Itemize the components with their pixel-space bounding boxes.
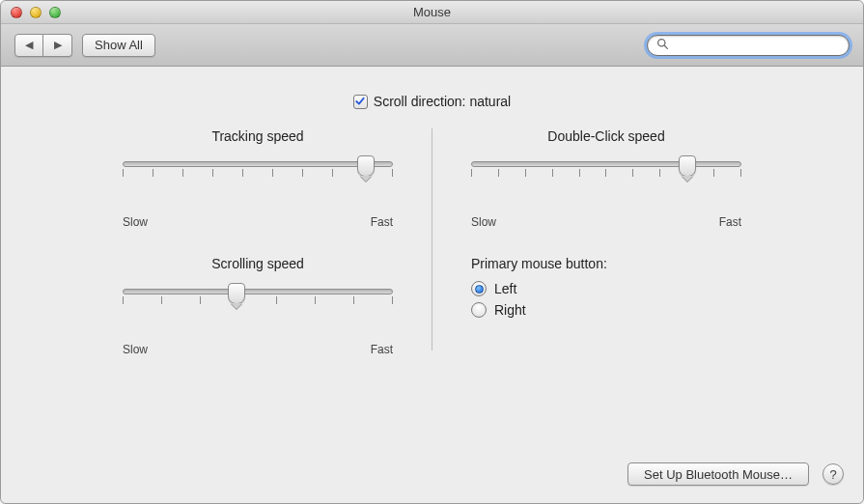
svg-line-1 xyxy=(664,45,667,48)
scrolling-speed-title: Scrolling speed xyxy=(123,256,393,271)
max-label: Fast xyxy=(371,215,393,229)
close-button[interactable] xyxy=(11,7,22,18)
left-column: Tracking speed Slow Fast Scrolling speed xyxy=(94,128,422,383)
tick xyxy=(161,296,162,304)
tick xyxy=(713,169,714,177)
double-click-speed-group: Double-Click speed Slow Fast xyxy=(471,128,741,229)
vertical-divider xyxy=(432,128,432,350)
titlebar: Mouse xyxy=(1,1,863,24)
tick xyxy=(353,296,354,304)
back-button[interactable]: ◀ xyxy=(14,34,43,57)
primary-left-radio[interactable] xyxy=(471,281,487,296)
tick xyxy=(332,169,333,177)
double-click-speed-title: Double-Click speed xyxy=(471,128,741,144)
forward-button[interactable]: ▶ xyxy=(43,34,72,57)
tick xyxy=(659,169,660,177)
scroll-direction-checkbox[interactable] xyxy=(353,95,368,109)
slider-track xyxy=(123,289,393,294)
scrolling-speed-labels: Slow Fast xyxy=(123,343,393,356)
primary-button-title: Primary mouse button: xyxy=(471,256,741,271)
tick xyxy=(276,296,277,304)
window-title: Mouse xyxy=(1,5,863,19)
slider-ticks xyxy=(123,169,393,177)
help-button[interactable]: ? xyxy=(822,463,844,485)
slider-track xyxy=(123,161,393,167)
search-wrap xyxy=(647,35,850,56)
toolbar: ◀ ▶ Show All xyxy=(1,24,863,67)
min-label: Slow xyxy=(123,343,148,356)
tick xyxy=(632,169,633,177)
tick xyxy=(212,169,213,177)
tick xyxy=(605,169,606,177)
nav-buttons: ◀ ▶ xyxy=(14,34,72,57)
tick xyxy=(153,169,153,177)
search-input[interactable] xyxy=(647,35,850,56)
max-label: Fast xyxy=(719,215,741,229)
primary-right-row[interactable]: Right xyxy=(471,302,741,318)
slider-ticks xyxy=(471,169,741,177)
tick xyxy=(498,169,499,177)
footer: Set Up Bluetooth Mouse… ? xyxy=(627,462,844,486)
tick xyxy=(123,296,124,304)
tick xyxy=(525,169,526,177)
slider-thumb[interactable] xyxy=(228,283,245,304)
slider-thumb[interactable] xyxy=(357,155,375,177)
content-area: Scroll direction: natural Tracking speed… xyxy=(1,67,863,503)
primary-button-group: Primary mouse button: Left Right xyxy=(471,256,741,318)
window-controls xyxy=(1,7,61,18)
columns: Tracking speed Slow Fast Scrolling speed xyxy=(1,128,863,383)
tracking-speed-title: Tracking speed xyxy=(123,128,393,144)
primary-left-row[interactable]: Left xyxy=(471,281,741,296)
tick xyxy=(579,169,580,177)
tick xyxy=(182,169,183,177)
tick xyxy=(315,296,316,304)
tick xyxy=(200,296,201,304)
tick xyxy=(740,169,741,177)
primary-right-label: Right xyxy=(494,302,526,318)
setup-bluetooth-button[interactable]: Set Up Bluetooth Mouse… xyxy=(627,462,809,486)
check-icon xyxy=(354,96,366,107)
tick xyxy=(392,296,393,304)
scrolling-speed-group: Scrolling speed Slow Fast xyxy=(123,256,393,356)
slider-ticks xyxy=(123,296,393,304)
min-label: Slow xyxy=(123,215,148,229)
primary-left-label: Left xyxy=(494,281,516,296)
tracking-speed-group: Tracking speed Slow Fast xyxy=(123,128,393,229)
double-click-speed-slider[interactable] xyxy=(471,157,741,192)
primary-right-radio[interactable] xyxy=(471,302,487,318)
tick xyxy=(552,169,553,177)
scroll-direction-label: Scroll direction: natural xyxy=(374,94,511,109)
scrolling-speed-slider[interactable] xyxy=(123,285,393,320)
preferences-window: Mouse ◀ ▶ Show All Scroll direction: nat… xyxy=(0,0,864,504)
tick xyxy=(242,169,243,177)
max-label: Fast xyxy=(371,343,393,356)
scroll-direction-row: Scroll direction: natural xyxy=(1,67,863,109)
show-all-button[interactable]: Show All xyxy=(82,34,155,57)
zoom-button[interactable] xyxy=(49,7,61,18)
search-icon xyxy=(656,38,669,53)
slider-thumb[interactable] xyxy=(679,155,696,177)
tick xyxy=(392,169,393,177)
tick xyxy=(471,169,472,177)
tick xyxy=(123,169,124,177)
tracking-speed-labels: Slow Fast xyxy=(123,215,393,229)
chevron-left-icon: ◀ xyxy=(25,39,33,51)
chevron-right-icon: ▶ xyxy=(54,39,62,51)
slider-track xyxy=(471,161,741,167)
min-label: Slow xyxy=(471,215,496,229)
tick xyxy=(302,169,303,177)
double-click-speed-labels: Slow Fast xyxy=(471,215,741,229)
right-column: Double-Click speed Slow Fast Primary mou… xyxy=(442,128,770,383)
tracking-speed-slider[interactable] xyxy=(123,157,393,192)
minimize-button[interactable] xyxy=(30,7,42,18)
tick xyxy=(272,169,273,177)
